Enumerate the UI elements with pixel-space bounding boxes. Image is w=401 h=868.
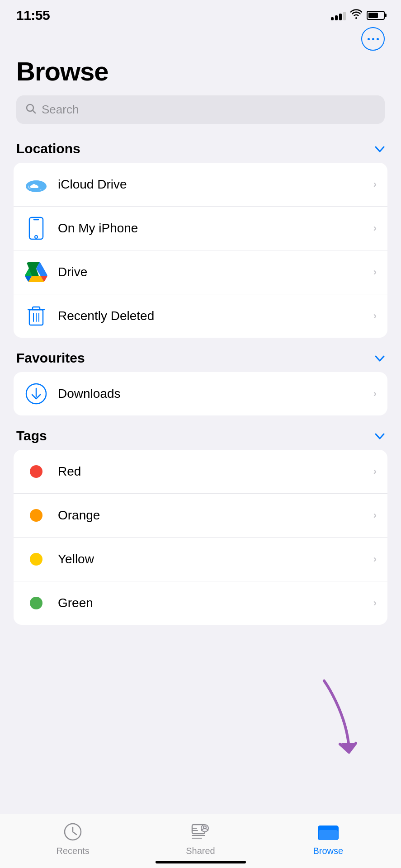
tags-header: Tags [0,425,401,450]
tags-list: Red › Orange › Yellow › [14,450,387,625]
page-title: Browse [16,56,385,86]
google-drive-item[interactable]: Drive › [14,250,387,294]
tags-collapse-icon[interactable] [375,429,385,442]
locations-collapse-icon[interactable] [375,142,385,155]
tab-shared[interactable]: Shared [137,821,264,856]
tag-green-icon [24,591,48,615]
status-time: 11:55 [16,8,50,23]
tag-green-item[interactable]: Green › [14,581,387,625]
on-my-iphone-chevron: › [373,222,377,234]
svg-marker-13 [341,743,357,753]
recently-deleted-label: Recently Deleted [58,309,373,323]
google-drive-label: Drive [58,265,373,279]
recently-deleted-chevron: › [373,310,377,322]
more-button[interactable] [361,27,385,51]
page-title-container: Browse [0,52,401,95]
icloud-drive-icon [24,173,48,196]
google-drive-icon [24,260,48,284]
tag-orange-label: Orange [58,508,373,523]
iphone-icon [24,217,48,240]
favourites-section: Favourites Downloads › [0,347,401,415]
downloads-icon [24,382,48,406]
icloud-drive-item[interactable]: iCloud Drive › [14,163,387,207]
favourites-title: Favourites [16,350,85,366]
status-bar: 11:55 [0,0,401,27]
recents-label: Recents [56,846,89,856]
status-icons [331,9,385,22]
icloud-drive-chevron: › [373,179,377,190]
locations-title: Locations [16,141,80,156]
tag-red-chevron: › [373,466,377,477]
search-bar[interactable]: Search [16,95,385,124]
locations-header: Locations [0,137,401,163]
shared-icon [189,821,212,843]
wifi-icon [350,9,362,22]
google-drive-chevron: › [373,266,377,278]
tag-yellow-icon [24,547,48,571]
recently-deleted-item[interactable]: Recently Deleted › [14,294,387,338]
tag-orange-icon [24,504,48,527]
tab-bar: Recents Shared Browse [0,814,401,868]
tab-recents[interactable]: Recents [9,821,137,856]
tag-yellow-item[interactable]: Yellow › [14,538,387,581]
search-placeholder: Search [42,103,79,117]
downloads-chevron: › [373,388,377,400]
recents-icon [61,821,84,843]
svg-rect-23 [319,830,338,840]
favourites-header: Favourites [0,347,401,372]
battery-icon [367,11,385,20]
favourites-list: Downloads › [14,372,387,415]
shared-label: Shared [186,846,215,856]
tag-red-label: Red [58,464,373,479]
browse-label: Browse [313,846,343,856]
tag-red-icon [24,460,48,483]
on-my-iphone-label: On My iPhone [58,221,373,236]
tag-yellow-label: Yellow [58,552,373,566]
tag-yellow-chevron: › [373,553,377,565]
search-container: Search [0,95,401,137]
home-indicator [156,861,246,863]
svg-line-1 [33,110,35,113]
tag-orange-item[interactable]: Orange › [14,494,387,538]
signal-icon [331,10,346,20]
icloud-drive-label: iCloud Drive [58,177,373,192]
browse-icon [317,821,340,843]
search-icon [25,103,36,117]
header [0,27,401,51]
favourites-collapse-icon[interactable] [375,352,385,364]
tags-title: Tags [16,428,47,443]
locations-section: Locations [0,137,401,338]
tag-green-label: Green [58,596,373,610]
trash-icon [24,304,48,328]
tags-section: Tags Red › Orange › [0,425,401,625]
downloads-item[interactable]: Downloads › [14,372,387,415]
tab-browse[interactable]: Browse [264,821,392,856]
tag-orange-chevron: › [373,509,377,521]
tag-green-chevron: › [373,597,377,609]
downloads-label: Downloads [58,387,373,401]
on-my-iphone-item[interactable]: On My iPhone › [14,207,387,250]
svg-point-6 [35,236,38,238]
tag-red-item[interactable]: Red › [14,450,387,494]
locations-list: iCloud Drive › On My iPhone › [14,163,387,338]
